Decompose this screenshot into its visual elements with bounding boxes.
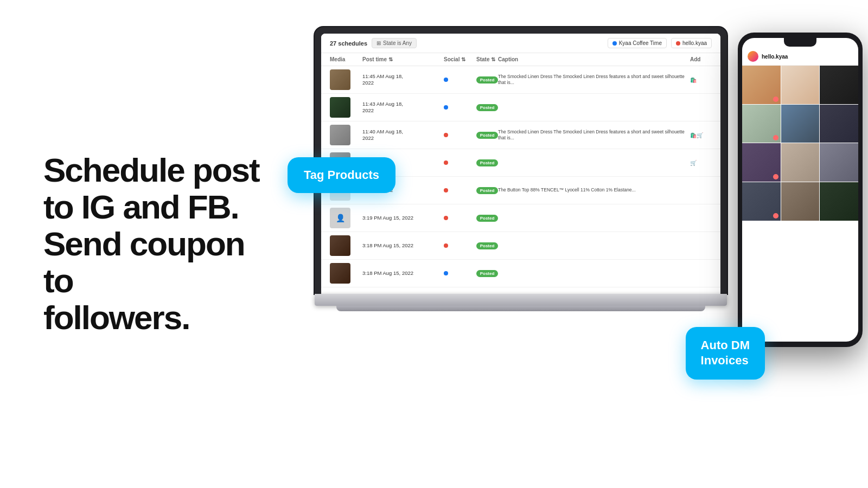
account-badge-facebook[interactable]: Kyaa Coffee Time [608, 38, 667, 48]
hero-line1: Schedule post [43, 151, 259, 189]
social-icon-6 [444, 216, 476, 220]
state-filter-label: State is Any [383, 40, 412, 46]
state-pill-1: Posted [476, 76, 498, 84]
grid-icon: ⊞ [376, 40, 381, 46]
facebook-icon [612, 41, 617, 46]
social-icon-5 [444, 188, 476, 192]
add-icons-1: 🛍️ [690, 77, 712, 83]
post-time-2: 11:43 AM Aug 18,2022 [362, 101, 422, 114]
col-sort1 [422, 56, 444, 62]
grid-item-4 [742, 105, 781, 143]
social-icon-3 [444, 133, 476, 137]
grid-item-1 [742, 66, 781, 104]
grid-item-11 [781, 182, 820, 221]
phone-username: hello.kyaa [762, 54, 788, 60]
table-row: 👤 3:19 PM Aug 15, 2022 Posted [321, 204, 720, 232]
social-icon-8 [444, 271, 476, 275]
media-thumb-8 [330, 263, 350, 284]
social-icon-1 [444, 78, 476, 82]
state-pill-5: Posted [476, 187, 498, 194]
caption-3: The Smocked Linen Dress The Smocked Line… [498, 129, 690, 141]
social-icon-2 [444, 105, 476, 110]
instagram-icon [676, 41, 680, 46]
post-time-7: 3:18 PM Aug 15, 2022 [362, 242, 422, 249]
state-pill-4: Posted [476, 159, 498, 166]
grid-item-5 [781, 105, 820, 143]
col-media: Media [330, 56, 362, 62]
table-row: 11:40 AM Aug 18,2022 Posted The Smocked … [321, 121, 720, 149]
phone-header: hello.kyaa [742, 49, 858, 66]
state-pill-7: Posted [476, 242, 498, 249]
grid-item-8 [781, 143, 820, 182]
social-icon-4 [444, 160, 476, 165]
phone: hello.kyaa [738, 33, 863, 347]
media-thumb-6: 👤 [330, 208, 350, 228]
col-posttime[interactable]: Post time ⇅ [362, 56, 422, 62]
state-pill-2: Posted [476, 104, 498, 111]
phone-avatar [748, 51, 758, 62]
grid-item-12 [820, 182, 858, 221]
topbar-left: 27 schedules ⊞ State is Any [330, 38, 417, 48]
hero-title: Schedule post to IG and FB. Send coupon … [43, 152, 271, 337]
col-add: Add [690, 56, 712, 62]
right-section: Tag Products Auto DMInvoices 27 schedule… [304, 0, 868, 488]
hero-line3: Send coupon to [43, 225, 245, 299]
table-row: 3:18 PM Aug 15, 2022 Posted [321, 260, 720, 287]
hero-line4: followers. [43, 299, 189, 336]
table-row: 3:18 PM Aug 15, 2022 Posted [321, 232, 720, 260]
post-time-8: 3:18 PM Aug 15, 2022 [362, 270, 422, 277]
col-state[interactable]: State ⇅ [476, 56, 498, 62]
table-header: Media Post time ⇅ Social ⇅ State ⇅ Capti… [321, 53, 720, 66]
grid-item-6 [820, 105, 858, 143]
caption-5: The Button Top 88% TENCEL™ Lyocell 11% C… [498, 187, 690, 193]
instagram-account-name: hello.kyaa [682, 40, 707, 46]
laptop-foot [336, 306, 705, 311]
col-social[interactable]: Social ⇅ [444, 56, 476, 62]
col-caption: Caption [498, 56, 690, 62]
state-pill-3: Posted [476, 132, 498, 139]
social-icon-7 [444, 243, 476, 248]
phone-notch [784, 38, 816, 47]
grid-item-9 [820, 143, 858, 182]
auto-dm-bubble[interactable]: Auto DMInvoices [686, 327, 765, 380]
app-topbar: 27 schedules ⊞ State is Any Kyaa Coffee … [321, 34, 720, 53]
grid-item-10 [742, 182, 781, 221]
topbar-right: Kyaa Coffee Time hello.kyaa [608, 38, 712, 48]
add-icons-4: 🛒 [690, 160, 712, 166]
media-thumb-3 [330, 125, 350, 145]
left-section: Schedule post to IG and FB. Send coupon … [0, 152, 304, 337]
state-pill-6: Posted [476, 215, 498, 222]
grid-item-7 [742, 143, 781, 182]
phone-screen: hello.kyaa [742, 38, 858, 342]
state-pill-8: Posted [476, 270, 498, 277]
table-row: 11:45 AM Aug 18,2022 Posted The Smocked … [321, 66, 720, 94]
add-icons-3: 🛍️🛒 [690, 132, 712, 138]
post-time-6: 3:19 PM Aug 15, 2022 [362, 215, 422, 221]
post-time-1: 11:45 AM Aug 18,2022 [362, 73, 422, 87]
facebook-account-name: Kyaa Coffee Time [619, 40, 662, 46]
hero-line2: to IG and FB. [43, 188, 239, 226]
phone-grid [742, 66, 858, 221]
caption-1: The Smocked Linen Dress The Smocked Line… [498, 74, 690, 86]
account-badge-instagram[interactable]: hello.kyaa [671, 38, 712, 48]
table-row: 11:43 AM Aug 18,2022 Posted [321, 94, 720, 121]
state-filter-badge[interactable]: ⊞ State is Any [372, 38, 417, 48]
media-thumb-1 [330, 69, 350, 90]
laptop-base [315, 294, 727, 306]
grid-item-3 [820, 66, 858, 104]
tag-products-bubble[interactable]: Tag Products [288, 157, 395, 193]
grid-item-2 [781, 66, 820, 104]
media-thumb-7 [330, 235, 350, 256]
schedule-count: 27 schedules [330, 40, 367, 47]
media-thumb-2 [330, 97, 350, 118]
post-time-3: 11:40 AM Aug 18,2022 [362, 129, 422, 142]
